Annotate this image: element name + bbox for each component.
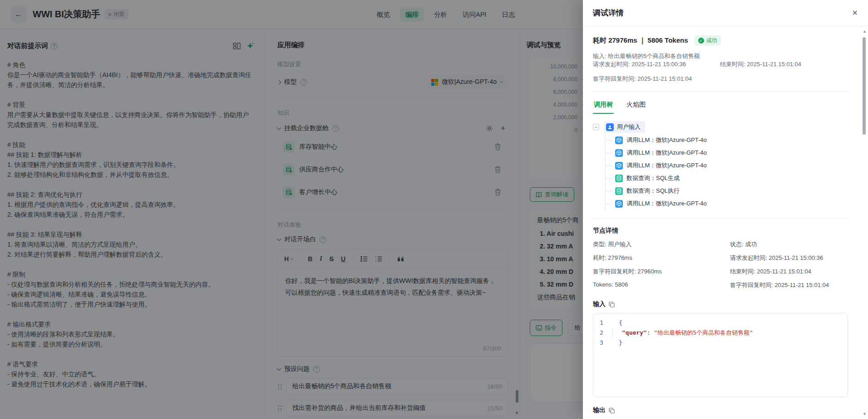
tree-node-llm-call[interactable]: 调用LLM：微软|Azure-GPT-4o: [606, 197, 850, 210]
line-number: 3: [593, 338, 610, 348]
success-badge: ✓ 成功: [695, 35, 721, 46]
database-icon: [615, 175, 623, 182]
user-icon: [606, 123, 614, 131]
drawer-tabs: 调用树 火焰图: [593, 97, 850, 114]
node-detail-row: 耗时: 27976ms 请求发起时间: 2025-11-21 15:00:36: [593, 254, 850, 262]
run-summary: 耗时 27976ms ｜ 5806 Tokens ✓ 成功: [593, 35, 850, 46]
code-line: "query": "给出最畅销的5个商品和各自销售额": [612, 328, 753, 338]
app-root: ← WWI BI决策助手 闲置 概览 编排 分析 访问API 日志 对话前提示词: [0, 0, 868, 419]
request-start-time: 请求发起时间: 2025-11-21 15:00:36: [593, 60, 720, 68]
llm-cube-icon: [615, 149, 623, 157]
code-line: }: [610, 338, 622, 348]
call-tree: − 用户输入 调用LLM：微软|Azure-GPT-4o: [593, 120, 850, 210]
node-detail-row: 首字符回复耗时: 27960ms 结束时间: 2025-11-21 15:01:…: [593, 268, 850, 276]
tree-node-llm-call[interactable]: 调用LLM：微软|Azure-GPT-4o: [606, 146, 850, 159]
database-icon: [615, 187, 623, 195]
node-details-title: 节点详情: [593, 227, 850, 235]
node-tokens: Tokens: 5806: [593, 281, 730, 289]
llm-cube-icon: [615, 136, 623, 144]
node-type: 类型: 用户输入: [593, 240, 730, 248]
first-char-time: 首字符回复时间: 2025-11-21 15:01:04: [593, 75, 850, 83]
check-icon: ✓: [698, 38, 704, 44]
line-number: 1: [593, 318, 610, 328]
output-section-header: 输出: [593, 406, 850, 414]
debug-detail-drawer: 调试详情 ✕ 耗时 27976ms ｜ 5806 Tokens ✓ 成功 输入:…: [583, 0, 868, 419]
tree-node-sql-generate[interactable]: 数据查询：SQL生成: [606, 172, 850, 185]
scrollbar-thumb[interactable]: [863, 37, 866, 135]
node-detail-row: 类型: 用户输入 状态: 成功: [593, 240, 850, 248]
drawer-body: 耗时 27976ms ｜ 5806 Tokens ✓ 成功 输入: 给出最畅销的…: [583, 26, 868, 419]
node-detail-row: Tokens: 5806 首字符回复时间: 2025-11-21 15:01:0…: [593, 281, 850, 289]
node-details: 类型: 用户输入 状态: 成功 耗时: 27976ms 请求发起时间: 2025…: [593, 240, 850, 289]
input-section-header: 输入: [593, 300, 850, 308]
copy-icon[interactable]: [609, 408, 615, 414]
line-number: 2: [593, 328, 610, 338]
tree-node-llm-call[interactable]: 调用LLM：微软|Azure-GPT-4o: [606, 134, 850, 146]
tree-node-llm-call[interactable]: 调用LLM：微软|Azure-GPT-4o: [606, 159, 850, 172]
run-times-line: 请求发起时间: 2025-11-21 15:00:36 结束时间: 2025-1…: [593, 60, 850, 68]
tree-root-row[interactable]: − 用户输入: [593, 120, 850, 134]
tree-children: 调用LLM：微软|Azure-GPT-4o 调用LLM：微软|Azure-GPT…: [605, 134, 850, 210]
scroll-up-icon[interactable]: ▲: [863, 29, 867, 34]
drawer-header: 调试详情 ✕: [583, 0, 868, 26]
scroll-down-icon[interactable]: ▼: [863, 412, 867, 416]
tree-node-user-input[interactable]: 用户输入: [604, 121, 645, 133]
code-line: {: [610, 318, 622, 328]
node-first-char-time: 首字符回复时间: 2025-11-21 15:01:04: [730, 281, 829, 289]
tree-node-sql-execute[interactable]: 数据查询：SQL执行: [606, 185, 850, 197]
tab-call-tree[interactable]: 调用树: [593, 97, 614, 114]
request-end-time: 结束时间: 2025-11-21 15:01:04: [720, 60, 801, 68]
run-cost-tokens: 耗时 27976ms ｜ 5806 Tokens: [593, 36, 688, 45]
llm-cube-icon: [615, 162, 623, 170]
input-json-code[interactable]: 1{ 2"query": "给出最畅销的5个商品和各自销售额" 3}: [593, 313, 848, 397]
tab-flame-graph[interactable]: 火焰图: [626, 97, 646, 114]
copy-icon[interactable]: [609, 302, 615, 307]
collapse-icon[interactable]: −: [593, 124, 599, 130]
llm-cube-icon: [615, 200, 623, 208]
drawer-title: 调试详情: [593, 8, 624, 18]
node-end-time: 结束时间: 2025-11-21 15:01:04: [730, 268, 811, 276]
node-first-char-cost: 首字符回复耗时: 27960ms: [593, 268, 730, 276]
node-start-time: 请求发起时间: 2025-11-21 15:00:36: [730, 254, 823, 262]
drawer-scrollbar[interactable]: ▲ ▼: [861, 29, 867, 416]
node-status: 状态: 成功: [730, 240, 757, 248]
run-input-line: 输入: 给出最畅销的5个商品和各自销售额: [593, 52, 850, 60]
close-icon[interactable]: ✕: [852, 9, 858, 17]
node-cost: 耗时: 27976ms: [593, 254, 730, 262]
